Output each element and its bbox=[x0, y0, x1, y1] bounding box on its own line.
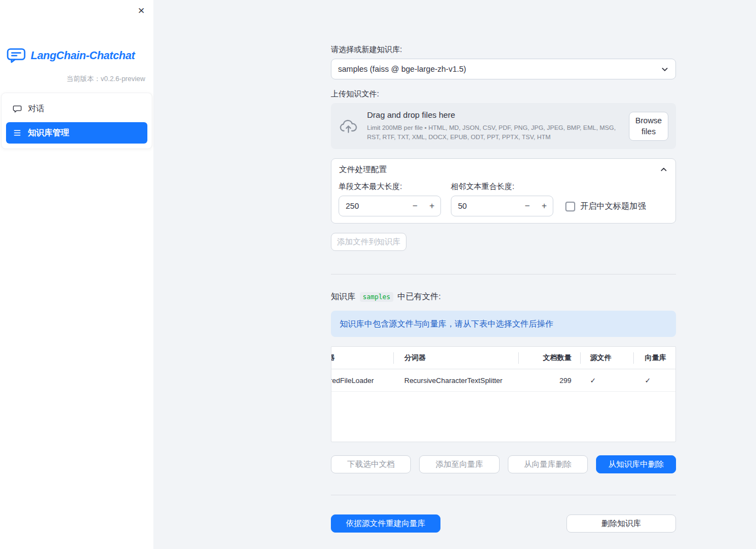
chinese-title-checkbox[interactable]: 开启中文标题加强 bbox=[565, 201, 646, 211]
main-content: 请选择或新建知识库: samples (faiss @ bge-large-zh… bbox=[153, 0, 756, 549]
chevron-down-icon bbox=[661, 65, 669, 73]
expander-body: 单段文本最大长度: − + 相邻文本重合长度: − + bbox=[331, 180, 675, 223]
checkbox-icon bbox=[565, 202, 575, 211]
files-table: 器 分词器 文档数量 源文件 向量库 redFileLoader Recursi… bbox=[331, 346, 676, 442]
chunk-size-increment-button[interactable]: + bbox=[423, 196, 440, 216]
kb-files-prefix: 知识库 bbox=[331, 291, 356, 302]
checkbox-label: 开启中文标题加强 bbox=[580, 201, 646, 211]
kb-selectbox-value: samples (faiss @ bge-large-zh-v1.5) bbox=[338, 65, 466, 73]
divider bbox=[331, 274, 676, 274]
sidebar-item-knowledge-base[interactable]: 知识库管理 bbox=[6, 122, 147, 144]
overlap-size-increment-button[interactable]: + bbox=[536, 196, 553, 216]
app-logo: LangChain-Chatchat bbox=[7, 47, 147, 64]
overlap-size-input-group: − + bbox=[451, 196, 553, 216]
sidebar-item-label: 对话 bbox=[28, 104, 44, 114]
sidebar-item-dialogue[interactable]: 对话 bbox=[6, 98, 147, 119]
file-uploader-dropzone[interactable]: Drag and drop files here Limit 200MB per… bbox=[331, 103, 676, 149]
cell-loader: redFileLoader bbox=[331, 376, 393, 385]
column-separator bbox=[393, 352, 394, 364]
list-icon bbox=[13, 128, 22, 138]
delete-from-vector-store-button[interactable]: 从向量库删除 bbox=[508, 455, 588, 473]
version-label: 当前版本：v0.2.6-preview bbox=[0, 75, 145, 84]
cell-source-check: ✓ bbox=[580, 376, 633, 385]
browse-files-button[interactable]: Browse files bbox=[629, 112, 668, 141]
uploader-limit-text: Limit 200MB per file • HTML, MD, JSON, C… bbox=[367, 123, 620, 141]
chunk-size-label: 单段文本最大长度: bbox=[339, 182, 441, 192]
delete-from-kb-button[interactable]: 从知识库中删除 bbox=[596, 455, 676, 473]
kb-files-suffix: 中已有文件: bbox=[398, 291, 441, 302]
kb-bottom-actions: 依据源文件重建向量库 删除知识库 bbox=[331, 514, 676, 533]
cell-vector-check: ✓ bbox=[633, 376, 675, 385]
upload-label: 上传知识文件: bbox=[331, 89, 676, 99]
cell-splitter: RecursiveCharacterTextSplitter bbox=[393, 376, 518, 385]
table-header-vector-store: 向量库 bbox=[633, 353, 675, 363]
overlap-size-decrement-button[interactable]: − bbox=[519, 196, 536, 216]
chat-bubble-icon bbox=[13, 104, 22, 113]
expander-header[interactable]: 文件处理配置 bbox=[331, 159, 675, 180]
chunk-size-decrement-button[interactable]: − bbox=[406, 196, 423, 216]
sidebar-close-button[interactable]: × bbox=[136, 2, 147, 18]
column-separator bbox=[633, 352, 634, 364]
app-title: LangChain-Chatchat bbox=[31, 49, 135, 62]
delete-kb-button[interactable]: 删除知识库 bbox=[566, 514, 676, 533]
kb-select-label: 请选择或新建知识库: bbox=[331, 45, 676, 55]
overlap-size-label: 相邻文本重合长度: bbox=[451, 182, 553, 192]
add-to-vector-store-button[interactable]: 添加至向量库 bbox=[419, 455, 499, 473]
column-separator bbox=[580, 352, 581, 364]
expander-title: 文件处理配置 bbox=[339, 164, 387, 175]
table-header-source-file: 源文件 bbox=[580, 353, 633, 363]
overlap-size-field: 相邻文本重合长度: − + bbox=[451, 182, 553, 216]
kb-files-heading: 知识库 samples 中已有文件: bbox=[331, 291, 676, 302]
table-header-splitter: 分词器 bbox=[393, 353, 518, 363]
uploader-text: Drag and drop files here Limit 200MB per… bbox=[367, 110, 620, 141]
kb-selectbox[interactable]: samples (faiss @ bge-large-zh-v1.5) bbox=[331, 59, 676, 79]
table-row[interactable]: redFileLoader RecursiveCharacterTextSpli… bbox=[331, 369, 675, 392]
chunk-size-input-group: − + bbox=[339, 196, 441, 216]
chunk-size-input[interactable] bbox=[339, 202, 406, 210]
logo-chat-icon bbox=[7, 47, 26, 64]
info-banner: 知识库中包含源文件与向量库，请从下表中选择文件后操作 bbox=[331, 311, 676, 337]
divider bbox=[331, 495, 676, 495]
kb-name-code: samples bbox=[360, 292, 393, 302]
table-header-doc-count: 文档数量 bbox=[518, 353, 580, 363]
chevron-up-icon bbox=[660, 165, 668, 174]
rebuild-vector-store-button[interactable]: 依据源文件重建向量库 bbox=[331, 514, 440, 533]
app-window: × LangChain-Chatchat 当前版本：v0.2.6-preview… bbox=[0, 0, 756, 549]
table-header-row: 器 分词器 文档数量 源文件 向量库 bbox=[331, 347, 675, 369]
file-config-expander: 文件处理配置 单段文本最大长度: − + bbox=[331, 158, 676, 224]
chunk-size-field: 单段文本最大长度: − + bbox=[339, 182, 441, 216]
sidebar-menu: 对话 知识库管理 bbox=[1, 93, 152, 149]
sidebar: × LangChain-Chatchat 当前版本：v0.2.6-preview… bbox=[0, 0, 153, 549]
cell-doc-count: 299 bbox=[518, 376, 580, 385]
column-separator bbox=[518, 352, 519, 364]
sidebar-item-label: 知识库管理 bbox=[28, 128, 69, 138]
info-text: 知识库中包含源文件与向量库，请从下表中选择文件后操作 bbox=[340, 319, 553, 329]
overlap-size-input[interactable] bbox=[451, 202, 519, 210]
download-selected-button[interactable]: 下载选中文档 bbox=[331, 455, 411, 473]
add-files-to-kb-button[interactable]: 添加文件到知识库 bbox=[331, 233, 406, 251]
uploader-title: Drag and drop files here bbox=[367, 110, 620, 119]
file-action-buttons: 下载选中文档 添加至向量库 从向量库删除 从知识库中删除 bbox=[331, 455, 676, 473]
table-header-loader: 器 bbox=[331, 353, 393, 363]
cloud-upload-icon bbox=[339, 118, 358, 134]
